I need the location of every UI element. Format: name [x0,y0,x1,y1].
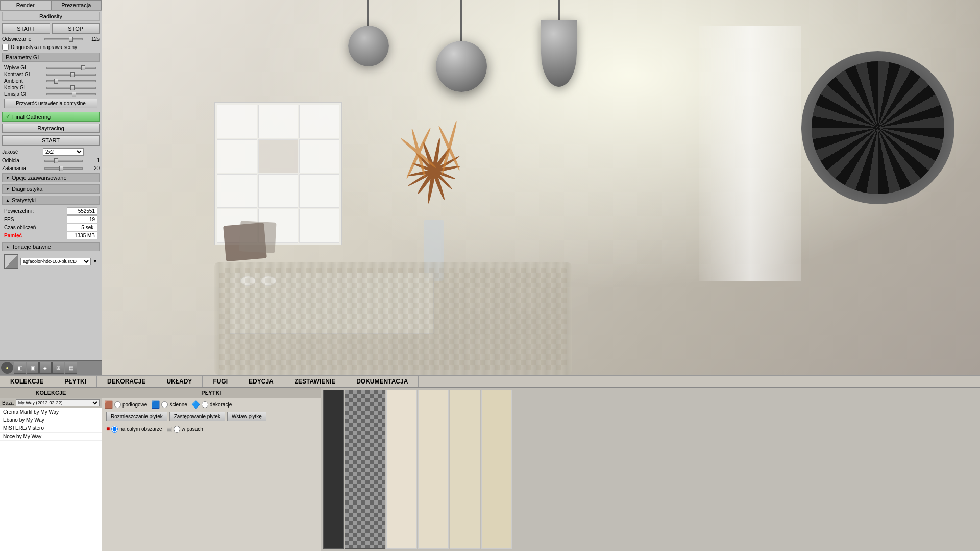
tab-render[interactable]: Render [0,0,51,10]
odswiezanie-value: 12s [84,36,100,42]
odswiezanie-slider[interactable] [44,38,83,40]
tab-plytki[interactable]: PŁYTKI [54,376,97,387]
baza-select[interactable]: My Way (2012-02-22) [16,399,100,406]
light-preview-swatch-2[interactable] [418,390,449,549]
light-preview-swatch-3[interactable] [450,390,480,549]
final-gathering-label: Final Gathering [12,114,51,120]
tab-uklady[interactable]: UKŁADY [156,376,203,387]
odbicia-row: Odbicia 1 [2,158,100,163]
tonacje-body: agfacolor-hdc-100-plusCD ▼ [0,252,102,271]
ambient-slider[interactable] [46,80,96,82]
baza-row: Baza My Way (2012-02-22) [0,398,102,408]
list-item[interactable]: MISTERE/Mistero [0,424,102,433]
fps-label: FPS [4,217,67,222]
w-pasach-option[interactable]: ▤ w pasach [166,425,203,433]
wplyw-gi-slider[interactable] [46,67,96,69]
sidebar-toolbar: ● ◧ ▣ ◈ ⊞ ▤ [0,360,102,375]
tiles-area-row: ■ na całym obszarze ▤ w pasach [104,424,318,434]
list-item[interactable]: Noce by My Way [0,433,102,441]
ambient-label: Ambient [4,78,45,84]
tab-zestawienie[interactable]: ZESTAWIENIE [284,376,346,387]
zalamanie-value: 20 [84,165,100,171]
tonacje-label: Tonacje barwne [12,244,51,250]
scienne-option[interactable]: 🟦 ścienne [151,400,187,409]
toolbar-icon-2[interactable]: ◧ [14,362,26,374]
scienne-radio[interactable] [161,401,168,408]
dekoracje-radio[interactable] [202,401,208,408]
rozmieszczanie-btn[interactable]: Rozmieszczanie płytek [106,412,167,421]
odbicia-slider[interactable] [44,160,83,162]
zalamanie-slider[interactable] [44,167,83,170]
dekoracje-opt-label: dekoracje [210,402,232,408]
color-profile-row: agfacolor-hdc-100-plusCD ▼ [4,254,97,269]
odswiezanie-label: Odświeżanie [2,36,43,42]
czas-obliczen-row: Czas obliczeń 5 sek. [4,224,97,231]
opcje-arrow: ▼ [6,176,10,180]
kolory-gi-label: Kolory GI [4,85,45,90]
tiles-sub-options: Rozmieszczanie płytek Zastępowanie płyte… [104,411,318,422]
jakosc-select[interactable]: 2x2 [43,148,84,156]
przywroc-button[interactable]: Przywróć ustawienia domyślne [4,99,97,108]
wplyw-gi-label: Wpływ GI [4,65,45,70]
strip-icon: ▤ [166,425,172,433]
tab-edycja[interactable]: EDYCJA [238,376,284,387]
toolbar-icon-5[interactable]: ⊞ [52,362,64,374]
tonacje-header[interactable]: ▲ Tonacje barwne [2,242,100,251]
kolory-gi-slider[interactable] [46,87,96,89]
toolbar-icon-6[interactable]: ▤ [65,362,77,374]
raytracing-start-button[interactable]: START [2,135,100,146]
lamp-center [436,0,487,92]
emisja-gi-slider[interactable] [46,93,96,95]
collections-panel: KOLEKCJE Baza My Way (2012-02-22) Crema … [0,388,102,551]
color-profile-select[interactable]: agfacolor-hdc-100-plusCD [20,258,91,265]
pamiec-label: Pamięć [4,233,67,238]
odswiezanie-row: Odświeżanie 12s [2,36,100,42]
pattern-preview-swatch[interactable] [345,390,385,549]
powierzchni-row: Powierzchni : 552551 [4,207,97,215]
wstaw-btn[interactable]: Wstaw płytkę [227,412,266,421]
dark-preview-swatch[interactable] [323,390,344,549]
final-gathering-btn[interactable]: ✓ Final Gathering [2,112,100,122]
podlogowe-radio[interactable] [114,401,121,408]
diagnostyka-section-label: Diagnostyka [12,186,43,192]
kontrast-gi-label: Kontrast GI [4,71,45,77]
light-preview-swatch-1[interactable] [386,390,417,549]
tab-kolekcje[interactable]: KOLEKCJE [0,376,54,387]
tab-fugi[interactable]: FUGI [203,376,238,387]
zastepowanie-btn[interactable]: Zastępowanie płytek [169,412,225,421]
na-calym-radio[interactable] [111,426,118,433]
dekoracje-option[interactable]: 🔷 dekoracje [191,400,232,409]
toolbar-icon-4[interactable]: ◈ [39,362,52,374]
tab-dokumentacja[interactable]: DOKUMENTACJA [346,376,419,387]
pamiec-row: Pamięć 1335 MB [4,232,97,239]
diagnostyka-checkbox[interactable] [2,44,9,51]
na-calym-label: na całym obszarze [119,426,162,432]
w-pasach-radio[interactable] [174,426,180,433]
podlogowe-option[interactable]: 🟫 podłogowe [104,400,147,409]
tonacje-arrow: ▲ [6,245,10,249]
na-calym-option[interactable]: ■ na całym obszarze [106,425,162,433]
statystyki-header[interactable]: ▲ Statystyki [2,196,100,205]
icon-6: ▤ [69,365,74,371]
tab-dekoracje[interactable]: DEKORACJE [97,376,156,387]
diagnostyka-arrow: ▼ [6,187,10,191]
opcje-zaawansowane-header[interactable]: ▼ Opcje zaawansowane [2,173,100,182]
toolbar-icon-3[interactable]: ▣ [27,362,39,374]
stop-button[interactable]: STOP [52,23,100,34]
sidebar-tabs: Render Prezentacja [0,0,102,11]
parametry-gi-header[interactable]: Parametry GI [2,53,100,62]
start-button[interactable]: START [2,23,50,34]
raytracing-btn[interactable]: Raytracing [2,124,100,133]
toolbar-icon-1[interactable]: ● [1,362,13,374]
kontrast-gi-slider[interactable] [46,74,96,76]
list-item[interactable]: Ebano by My Way [0,416,102,424]
diagnostyka-section-header[interactable]: ▼ Diagnostyka [2,184,100,194]
list-item[interactable]: Crema Marfil by My Way [0,408,102,416]
svg-point-10 [400,137,437,169]
tab-prezentacja[interactable]: Prezentacja [51,0,102,10]
parametry-gi-label: Parametry GI [6,54,39,60]
top-area: Render Prezentacja Radiosity START STOP … [0,0,980,375]
zalamanie-label: Załamania [2,165,43,171]
dekor-icon: 🔷 [191,400,200,409]
light-preview-swatch-4[interactable] [481,390,512,549]
